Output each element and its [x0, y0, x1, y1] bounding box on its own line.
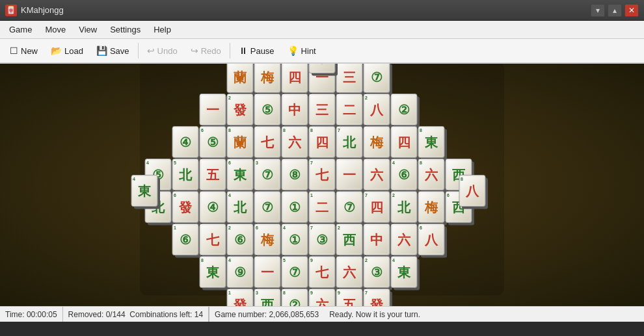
window-title: KMahjongg — [21, 5, 64, 15]
toolbar: ☐ New 📂 Load 💾 Save ↩ Undo ↪ Redo ⏸ Paus… — [0, 39, 644, 64]
hint-icon: 💡 — [288, 45, 299, 56]
new-label: New — [21, 46, 38, 56]
undo-icon: ↩ — [147, 45, 155, 56]
save-icon: 💾 — [96, 45, 107, 56]
menu-move[interactable]: Move — [38, 23, 72, 36]
redo-icon: ↪ — [191, 45, 198, 56]
titlebar-left: 🀄 KMahjongg — [5, 5, 64, 16]
statusbar: Time: 00:00:05 Removed: 0/144 Combinatio… — [0, 306, 644, 322]
removed-display: Removed: 0/144 — [68, 310, 126, 319]
game-area — [0, 64, 644, 306]
undo-button[interactable]: ↩ Undo — [141, 43, 183, 58]
menu-help[interactable]: Help — [147, 23, 178, 36]
combinations-display: Combinations left: 14 — [129, 310, 203, 319]
menu-view[interactable]: View — [72, 23, 103, 36]
status-game-number: Game number: 2,066,085,653 — [209, 307, 324, 322]
load-button[interactable]: 📂 Load — [45, 43, 89, 58]
redo-label: Redo — [201, 46, 221, 56]
status-message: Ready. Now it is your turn. — [324, 307, 644, 322]
board-canvas[interactable] — [0, 64, 644, 306]
menu-settings[interactable]: Settings — [103, 23, 147, 36]
hint-button[interactable]: 💡 Hint — [282, 43, 322, 58]
toolbar-separator-2 — [230, 43, 230, 58]
toolbar-separator-1 — [138, 43, 139, 58]
new-icon: ☐ — [10, 45, 18, 56]
save-button[interactable]: 💾 Save — [90, 43, 135, 58]
menu-game[interactable]: Game — [3, 23, 38, 36]
status-removed: Removed: 0/144 Combinations left: 14 — [63, 307, 209, 322]
game-number-display: Game number: 2,066,085,653 — [215, 310, 319, 319]
window-controls: ▾ ▴ ✕ — [591, 4, 639, 17]
load-label: Load — [64, 46, 83, 56]
undo-label: Undo — [157, 46, 178, 56]
new-button[interactable]: ☐ New — [4, 43, 44, 58]
pause-button[interactable]: ⏸ Pause — [233, 43, 280, 58]
menubar: Game Move View Settings Help — [0, 21, 644, 39]
load-icon: 📂 — [51, 45, 62, 56]
hint-label: Hint — [301, 46, 316, 56]
redo-button[interactable]: ↪ Redo — [185, 43, 227, 58]
time-display: Time: 00:00:05 — [5, 310, 57, 319]
minimize-button[interactable]: ▾ — [591, 4, 605, 17]
status-time: Time: 00:00:05 — [0, 307, 63, 322]
save-label: Save — [110, 46, 129, 56]
status-msg-display: Ready. Now it is your turn. — [329, 310, 420, 319]
maximize-button[interactable]: ▴ — [608, 4, 622, 17]
pause-label: Pause — [250, 46, 275, 56]
pause-icon: ⏸ — [239, 45, 248, 56]
app-icon: 🀄 — [5, 5, 17, 16]
titlebar: 🀄 KMahjongg ▾ ▴ ✕ — [0, 0, 644, 21]
close-button[interactable]: ✕ — [624, 4, 639, 17]
